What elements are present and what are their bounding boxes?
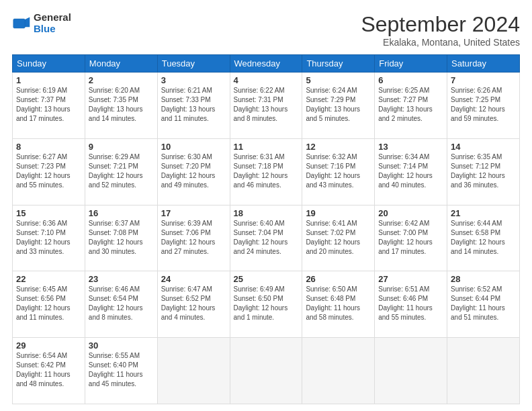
calendar-cell: [230, 338, 302, 404]
calendar-cell: 3Sunrise: 6:21 AM Sunset: 7:33 PM Daylig…: [157, 73, 230, 139]
calendar-cell: 27Sunrise: 6:51 AM Sunset: 6:46 PM Dayli…: [375, 271, 447, 338]
day-number: 6: [378, 75, 443, 85]
calendar-cell: 4Sunrise: 6:22 AM Sunset: 7:31 PM Daylig…: [230, 73, 302, 139]
weekday-header-row: SundayMondayTuesdayWednesdayThursdayFrid…: [13, 55, 520, 73]
day-number: 8: [16, 142, 81, 152]
logo-line1: General: [34, 12, 71, 24]
calendar-cell: 21Sunrise: 6:44 AM Sunset: 6:58 PM Dayli…: [447, 205, 520, 271]
calendar-cell: 22Sunrise: 6:45 AM Sunset: 6:56 PM Dayli…: [13, 271, 85, 338]
calendar-cell: [302, 338, 375, 404]
logo-icon: [12, 14, 31, 33]
day-number: 12: [306, 142, 371, 152]
weekday-header-sunday: Sunday: [13, 55, 85, 73]
calendar-cell: 5Sunrise: 6:24 AM Sunset: 7:29 PM Daylig…: [302, 73, 375, 139]
day-number: 19: [306, 208, 371, 218]
calendar-cell: 23Sunrise: 6:46 AM Sunset: 6:54 PM Dayli…: [85, 271, 157, 338]
calendar-cell: 8Sunrise: 6:27 AM Sunset: 7:23 PM Daylig…: [13, 138, 85, 205]
day-info: Sunrise: 6:29 AM Sunset: 7:21 PM Dayligh…: [89, 152, 154, 190]
day-number: 24: [161, 274, 226, 284]
day-info: Sunrise: 6:42 AM Sunset: 7:00 PM Dayligh…: [378, 219, 443, 257]
day-info: Sunrise: 6:34 AM Sunset: 7:14 PM Dayligh…: [378, 152, 443, 190]
calendar-cell: 13Sunrise: 6:34 AM Sunset: 7:14 PM Dayli…: [375, 138, 447, 205]
day-number: 27: [378, 274, 443, 284]
day-info: Sunrise: 6:22 AM Sunset: 7:31 PM Dayligh…: [234, 86, 299, 124]
calendar-cell: [375, 338, 447, 404]
title-block: September 2024 Ekalaka, Montana, United …: [361, 12, 520, 48]
weekday-header-wednesday: Wednesday: [230, 55, 302, 73]
day-info: Sunrise: 6:44 AM Sunset: 6:58 PM Dayligh…: [451, 219, 516, 257]
header: General Blue September 2024 Ekalaka, Mon…: [12, 12, 520, 48]
day-number: 29: [16, 340, 81, 351]
logo-line2: Blue: [34, 24, 71, 35]
calendar-cell: 26Sunrise: 6:50 AM Sunset: 6:48 PM Dayli…: [302, 271, 375, 338]
day-info: Sunrise: 6:19 AM Sunset: 7:37 PM Dayligh…: [16, 86, 81, 124]
calendar-cell: [157, 338, 230, 404]
calendar: SundayMondayTuesdayWednesdayThursdayFrid…: [12, 54, 520, 404]
calendar-body: 1Sunrise: 6:19 AM Sunset: 7:37 PM Daylig…: [13, 73, 520, 404]
calendar-cell: 6Sunrise: 6:25 AM Sunset: 7:27 PM Daylig…: [375, 73, 447, 139]
day-number: 2: [89, 75, 154, 85]
day-info: Sunrise: 6:20 AM Sunset: 7:35 PM Dayligh…: [89, 86, 154, 124]
day-number: 18: [234, 208, 299, 218]
calendar-cell: 24Sunrise: 6:47 AM Sunset: 6:52 PM Dayli…: [157, 271, 230, 338]
weekday-header-monday: Monday: [85, 55, 157, 73]
day-info: Sunrise: 6:35 AM Sunset: 7:12 PM Dayligh…: [451, 152, 516, 190]
day-number: 25: [234, 274, 299, 284]
calendar-cell: 11Sunrise: 6:31 AM Sunset: 7:18 PM Dayli…: [230, 138, 302, 205]
calendar-week-1: 8Sunrise: 6:27 AM Sunset: 7:23 PM Daylig…: [13, 138, 520, 205]
day-info: Sunrise: 6:32 AM Sunset: 7:16 PM Dayligh…: [306, 152, 371, 190]
day-info: Sunrise: 6:46 AM Sunset: 6:54 PM Dayligh…: [89, 285, 154, 322]
calendar-cell: [447, 338, 520, 404]
day-number: 14: [451, 142, 516, 152]
day-info: Sunrise: 6:24 AM Sunset: 7:29 PM Dayligh…: [306, 86, 371, 124]
calendar-cell: 14Sunrise: 6:35 AM Sunset: 7:12 PM Dayli…: [447, 138, 520, 205]
day-info: Sunrise: 6:41 AM Sunset: 7:02 PM Dayligh…: [306, 219, 371, 257]
day-info: Sunrise: 6:55 AM Sunset: 6:40 PM Dayligh…: [89, 351, 154, 389]
calendar-cell: 17Sunrise: 6:39 AM Sunset: 7:06 PM Dayli…: [157, 205, 230, 271]
calendar-cell: 7Sunrise: 6:26 AM Sunset: 7:25 PM Daylig…: [447, 73, 520, 139]
calendar-cell: 19Sunrise: 6:41 AM Sunset: 7:02 PM Dayli…: [302, 205, 375, 271]
weekday-header-thursday: Thursday: [302, 55, 375, 73]
day-number: 13: [378, 142, 443, 152]
day-info: Sunrise: 6:54 AM Sunset: 6:42 PM Dayligh…: [16, 351, 81, 389]
day-info: Sunrise: 6:47 AM Sunset: 6:52 PM Dayligh…: [161, 285, 226, 322]
day-number: 1: [16, 75, 81, 85]
calendar-cell: 9Sunrise: 6:29 AM Sunset: 7:21 PM Daylig…: [85, 138, 157, 205]
day-info: Sunrise: 6:39 AM Sunset: 7:06 PM Dayligh…: [161, 219, 226, 257]
day-info: Sunrise: 6:26 AM Sunset: 7:25 PM Dayligh…: [451, 86, 516, 124]
day-number: 26: [306, 274, 371, 284]
day-info: Sunrise: 6:50 AM Sunset: 6:48 PM Dayligh…: [306, 285, 371, 322]
svg-marker-1: [24, 17, 30, 27]
day-number: 3: [161, 75, 226, 85]
weekday-header-friday: Friday: [375, 55, 447, 73]
calendar-cell: 18Sunrise: 6:40 AM Sunset: 7:04 PM Dayli…: [230, 205, 302, 271]
logo-text: General Blue: [34, 12, 71, 34]
calendar-week-3: 22Sunrise: 6:45 AM Sunset: 6:56 PM Dayli…: [13, 271, 520, 338]
logo: General Blue: [12, 12, 71, 34]
calendar-cell: 12Sunrise: 6:32 AM Sunset: 7:16 PM Dayli…: [302, 138, 375, 205]
day-info: Sunrise: 6:31 AM Sunset: 7:18 PM Dayligh…: [234, 152, 299, 190]
day-number: 9: [89, 142, 154, 152]
day-info: Sunrise: 6:52 AM Sunset: 6:44 PM Dayligh…: [451, 285, 516, 322]
calendar-cell: 25Sunrise: 6:49 AM Sunset: 6:50 PM Dayli…: [230, 271, 302, 338]
day-info: Sunrise: 6:36 AM Sunset: 7:10 PM Dayligh…: [16, 219, 81, 257]
day-info: Sunrise: 6:40 AM Sunset: 7:04 PM Dayligh…: [234, 219, 299, 257]
day-info: Sunrise: 6:25 AM Sunset: 7:27 PM Dayligh…: [378, 86, 443, 124]
day-number: 23: [89, 274, 154, 284]
day-number: 7: [451, 75, 516, 85]
calendar-cell: 15Sunrise: 6:36 AM Sunset: 7:10 PM Dayli…: [13, 205, 85, 271]
day-info: Sunrise: 6:49 AM Sunset: 6:50 PM Dayligh…: [234, 285, 299, 322]
calendar-cell: 10Sunrise: 6:30 AM Sunset: 7:20 PM Dayli…: [157, 138, 230, 205]
svg-rect-0: [13, 19, 26, 28]
day-number: 22: [16, 274, 81, 284]
calendar-week-2: 15Sunrise: 6:36 AM Sunset: 7:10 PM Dayli…: [13, 205, 520, 271]
day-number: 5: [306, 75, 371, 85]
main-title: September 2024: [361, 12, 520, 37]
calendar-cell: 28Sunrise: 6:52 AM Sunset: 6:44 PM Dayli…: [447, 271, 520, 338]
calendar-cell: 30Sunrise: 6:55 AM Sunset: 6:40 PM Dayli…: [85, 338, 157, 404]
day-number: 30: [89, 340, 154, 351]
day-number: 21: [451, 208, 516, 218]
calendar-week-0: 1Sunrise: 6:19 AM Sunset: 7:37 PM Daylig…: [13, 73, 520, 139]
day-info: Sunrise: 6:45 AM Sunset: 6:56 PM Dayligh…: [16, 285, 81, 322]
calendar-cell: 29Sunrise: 6:54 AM Sunset: 6:42 PM Dayli…: [13, 338, 85, 404]
